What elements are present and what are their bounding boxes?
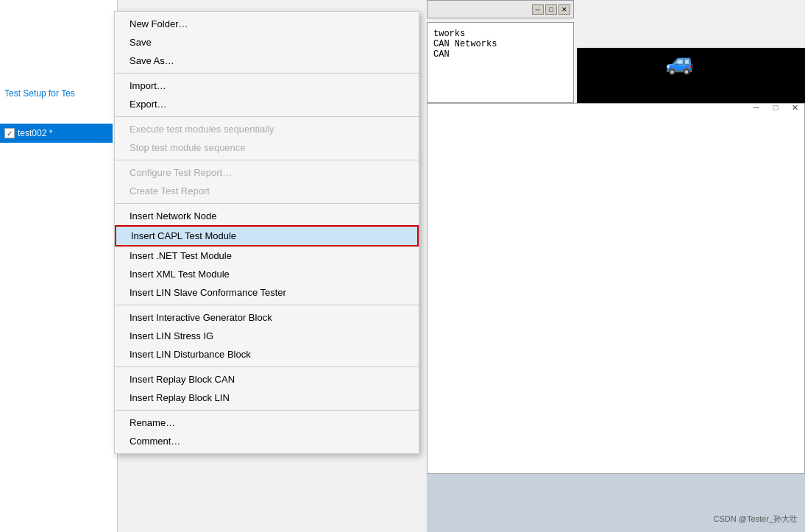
menu-item-stop-seq: Stop test module sequence <box>115 138 419 157</box>
menu-item-export[interactable]: Export… <box>115 95 419 113</box>
tree-item-checkbox[interactable]: ✓ <box>4 128 15 138</box>
network-window: tworks CAN Networks CAN <box>427 22 574 103</box>
menu-item-insert-net-test-module[interactable]: Insert .NET Test Module <box>115 247 419 265</box>
menu-item-insert-replay-lin[interactable]: Insert Replay Block LIN <box>115 389 419 407</box>
separator-1 <box>115 73 419 74</box>
separator-4 <box>115 203 419 204</box>
mini-win-close[interactable]: ✕ <box>558 4 570 15</box>
left-panel: Test Setup for Tes ✓ test002 * <box>0 0 118 532</box>
menu-item-insert-xml-test-module[interactable]: Insert XML Test Module <box>115 265 419 283</box>
close-button[interactable]: ✕ <box>788 101 801 114</box>
main-content-area <box>427 103 805 532</box>
menu-item-comment[interactable]: Comment… <box>115 432 419 450</box>
menu-item-insert-ig-block[interactable]: Insert Interactive Generator Block <box>115 308 419 327</box>
menu-item-insert-replay-can[interactable]: Insert Replay Block CAN <box>115 370 419 389</box>
network-line-1: tworks <box>433 29 567 39</box>
bottom-status-area: CSDN @Tester_孙大壮 <box>427 473 805 532</box>
separator-6 <box>115 366 419 367</box>
menu-item-insert-lin-disturbance[interactable]: Insert LIN Disturbance Block <box>115 345 419 363</box>
maximize-button[interactable]: □ <box>769 101 782 114</box>
menu-item-save-as[interactable]: Save As… <box>115 52 419 70</box>
network-line-2: CAN Networks <box>433 39 567 49</box>
minimize-button[interactable]: ─ <box>750 101 763 114</box>
menu-item-insert-lin-slave[interactable]: Insert LIN Slave Conformance Tester <box>115 283 419 302</box>
watermark-text: CSDN @Tester_孙大壮 <box>714 514 798 525</box>
menu-item-insert-network-node[interactable]: Insert Network Node <box>115 207 419 225</box>
mini-win-maximize[interactable]: □ <box>545 4 557 15</box>
network-line-3: CAN <box>433 49 567 60</box>
menu-item-execute-seq: Execute test modules sequentially <box>115 120 419 138</box>
menu-item-insert-lin-stress-ig[interactable]: Insert LIN Stress IG <box>115 327 419 345</box>
menu-item-configure-report: Configure Test Report… <box>115 163 419 182</box>
window-controls: ─ □ ✕ <box>750 101 801 114</box>
mini-win-minimize[interactable]: ─ <box>532 4 544 15</box>
separator-5 <box>115 305 419 305</box>
context-menu: New Folder… Save Save As… Import… Export… <box>114 11 419 454</box>
tree-item-label: test002 * <box>18 128 52 138</box>
tree-item-test002[interactable]: ✓ test002 * <box>0 124 113 143</box>
car-icon: 🚙 <box>665 48 695 76</box>
menu-item-insert-capl-test-module[interactable]: Insert CAPL Test Module <box>115 225 419 247</box>
separator-3 <box>115 160 419 160</box>
panel-title: Test Setup for Tes <box>0 85 113 102</box>
menu-item-import[interactable]: Import… <box>115 77 419 95</box>
separator-2 <box>115 116 419 117</box>
separator-7 <box>115 410 419 411</box>
network-window-content: tworks CAN Networks CAN <box>428 23 573 65</box>
menu-item-new-folder[interactable]: New Folder… <box>115 15 419 33</box>
menu-item-create-report: Create Test Report <box>115 182 419 200</box>
mini-window: ─ □ ✕ <box>427 0 574 18</box>
menu-item-rename[interactable]: Rename… <box>115 414 419 432</box>
menu-item-save[interactable]: Save <box>115 33 419 52</box>
